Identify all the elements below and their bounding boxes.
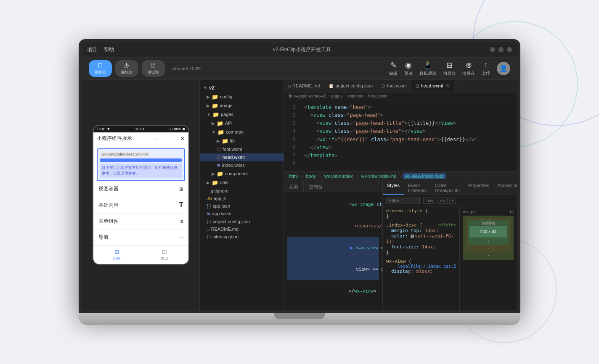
tab-more-button[interactable]: ··· xyxy=(454,83,465,88)
el-tab-wx-view-index-desc[interactable]: wx-view.index-desc xyxy=(403,173,446,179)
st-tab-accessibility[interactable]: Accessibility xyxy=(493,181,517,195)
tree-item-project-config[interactable]: {·} project.config.json xyxy=(200,218,284,225)
folder-icon-config: 📁 xyxy=(212,94,218,100)
tab-project-config-label: project.config.json xyxy=(335,83,373,88)
nav-interface-icon: ⊟ xyxy=(162,248,167,255)
simulator-icon: 口 xyxy=(98,62,103,69)
filter-add-btn[interactable]: + xyxy=(449,198,456,204)
css-rule-1-selector: element.style { xyxy=(386,208,428,214)
file-icon-foot-wxml: ⬡ xyxy=(217,147,221,152)
tool-edit[interactable]: ✎ 编辑 xyxy=(389,61,398,76)
menu-item-project[interactable]: 项目 xyxy=(87,46,97,53)
list-item-view-container[interactable]: 视图容器 ⊞ xyxy=(93,181,188,197)
el-tab-wx-view-index[interactable]: wx-view.index xyxy=(323,173,355,179)
component-desc: 以下展示小程序官方组件能力，组件样式仅供参考，自定义供参者。 xyxy=(100,164,182,178)
clear-cache-icon: ⊗ xyxy=(466,61,472,70)
tree-label-image: image xyxy=(220,103,233,108)
el-sep-0: › xyxy=(301,174,303,179)
phone-nav-component[interactable]: ⊞ 组件 xyxy=(93,246,141,264)
st-tab-styles[interactable]: Styles xyxy=(383,181,404,195)
test-button[interactable]: 出 测试室 xyxy=(142,60,165,77)
tree-item-common[interactable]: ▼ 📁 common xyxy=(200,128,284,137)
device-debug-icon: 📱 xyxy=(423,61,432,70)
tree-item-readme[interactable]: □ README.md xyxy=(200,225,284,233)
tree-item-utils[interactable]: ▶ 📁 utils xyxy=(200,178,284,187)
tree-item-image[interactable]: ▶ 📁 image xyxy=(200,101,284,110)
el-tab-wx-view-index-hd[interactable]: wx-view.index-hd xyxy=(360,173,398,179)
menu-item-help[interactable]: 帮助 xyxy=(104,46,114,53)
tree-item-app-wxss[interactable]: ≋ app.wxss xyxy=(200,210,284,218)
box-model-border: border padding 240 × 44 - - xyxy=(466,218,511,252)
st-tab-event-listeners[interactable]: Event Listeners xyxy=(404,181,431,195)
tree-item-lib[interactable]: ▶ 📁 lib xyxy=(200,137,284,145)
dt-tab-elements[interactable]: 元素 xyxy=(284,181,304,192)
tree-item-gitignore[interactable]: · .gitignore xyxy=(200,187,284,195)
el-tab-html[interactable]: html xyxy=(287,173,300,179)
user-avatar[interactable]: 👤 xyxy=(497,62,510,75)
phone-nav-interface[interactable]: ⊟ 接口 xyxy=(141,246,188,264)
file-icon-sitemap: {·} xyxy=(207,234,211,239)
ht-line-wxview-close: </wx-view> xyxy=(287,280,379,302)
line-numbers: 1 2 3 4 5 6 7 8 xyxy=(284,103,301,168)
simulator-label: 模拟器 xyxy=(95,70,106,75)
filter-buttons: :hov .cls + xyxy=(423,198,456,204)
list-item-icon-1: T xyxy=(179,201,183,209)
editor-button[interactable]: 办 编辑器 xyxy=(115,60,138,77)
tree-root-label: v2 xyxy=(209,85,215,91)
list-item-basic-content[interactable]: 基础内容 T xyxy=(93,197,188,214)
dt-tab-console[interactable]: 控制台 xyxy=(304,181,328,192)
simulator-button[interactable]: 口 模拟器 xyxy=(89,60,112,77)
tree-item-app-json[interactable]: {·} app.json xyxy=(200,202,284,210)
tool-device-debug[interactable]: 📱 真机调试 xyxy=(419,61,436,76)
st-tab-properties[interactable]: Properties xyxy=(464,181,493,195)
tree-label-project-config: project.config.json xyxy=(212,219,250,224)
tree-item-component[interactable]: ▶ 📁 component xyxy=(200,169,284,178)
tab-readme[interactable]: □ README.md xyxy=(284,80,324,92)
tool-clear-cache[interactable]: ⊗ 清缓存 xyxy=(462,61,475,76)
st-tab-dom-breakpoints[interactable]: DOM Breakpoints xyxy=(431,181,464,195)
code-line-4: <view class="page-head-line"></view> xyxy=(301,127,517,135)
tree-item-head-wxml[interactable]: ⬡ head.wxml xyxy=(200,153,284,161)
tab-project-config[interactable]: 📋 project.config.json xyxy=(324,80,377,92)
tree-item-index-wxss[interactable]: ≋ index.wxss xyxy=(200,161,284,169)
code-line-1: <template name="head"> xyxy=(301,103,517,111)
el-tab-body[interactable]: body xyxy=(304,173,318,179)
list-item-form[interactable]: 表单组件 ≡ xyxy=(93,214,188,229)
tree-label-pages: pages xyxy=(221,112,233,117)
phone-close-icon[interactable]: ✕ xyxy=(180,136,185,142)
tree-label-component: component xyxy=(225,171,248,176)
close-button[interactable] xyxy=(507,47,512,52)
code-view[interactable]: 1 2 3 4 5 6 7 8 <template name="head"> xyxy=(284,100,517,171)
phone-menu-icon[interactable]: ··· xyxy=(154,136,158,142)
tree-item-api[interactable]: ▶ 📁 API xyxy=(200,119,284,128)
tree-item-sitemap[interactable]: {·} sitemap.json xyxy=(200,233,284,240)
file-icon-head-wxml: ⬡ xyxy=(217,155,221,160)
tree-item-pages[interactable]: ▼ 📁 pages xyxy=(200,110,284,119)
ht-line-wxview-desc[interactable]: ▶ <wx-view class="index-desc">以下展示小程序官方组… xyxy=(287,237,379,259)
tree-item-foot-wxml[interactable]: ⬡ foot.wxml xyxy=(200,145,284,153)
minimize-button[interactable] xyxy=(490,47,495,52)
styles-filter-input[interactable] xyxy=(386,197,420,204)
tab-foot-wxml[interactable]: ⬡ foot.wxml xyxy=(377,80,411,92)
box-model-container: margin 10 - border xyxy=(459,206,517,310)
tool-background[interactable]: ⊟ 切后台 xyxy=(443,61,456,76)
tree-label-sitemap: sitemap.json xyxy=(212,234,239,239)
main-layout: ll IDE ▼ 10:01 ▪ 100% ■ 小程序组件展示 ··· ✕ xyxy=(82,80,517,310)
tab-close-icon[interactable]: ✕ xyxy=(445,83,450,89)
laptop-base xyxy=(79,313,520,325)
tool-preview[interactable]: ◉ 预览 xyxy=(404,61,413,76)
maximize-button[interactable] xyxy=(498,47,504,52)
css-prop-color: color: var(--weui-FG-1); xyxy=(386,233,454,244)
tree-item-config[interactable]: ▶ 📁 config xyxy=(200,92,284,101)
tab-head-wxml[interactable]: ⬡ head.wxml ✕ xyxy=(411,80,455,92)
component-demo xyxy=(100,158,182,162)
filter-hover-btn[interactable]: :hov xyxy=(423,198,435,204)
tree-item-app-js[interactable]: JS app.js xyxy=(200,195,284,202)
status-right: ▪ 100% ■ xyxy=(170,127,185,131)
folder-icon-component: 📁 xyxy=(217,171,223,177)
list-item-nav[interactable]: 导航 ··· xyxy=(93,229,188,245)
filter-cls-btn[interactable]: .cls xyxy=(437,198,448,204)
tree-label-common: common xyxy=(226,129,244,135)
tool-upload[interactable]: ↑ 上传 xyxy=(482,61,490,76)
tree-arrow-component: ▶ xyxy=(212,171,215,176)
